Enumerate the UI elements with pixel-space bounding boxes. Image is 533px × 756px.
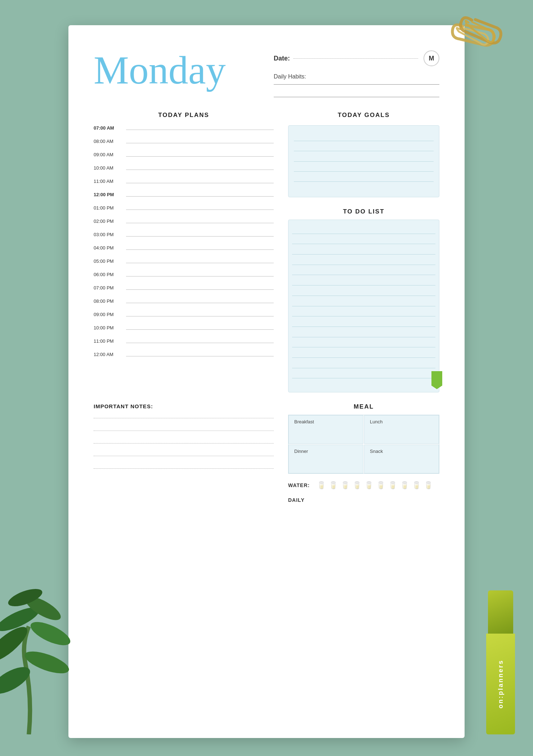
todo-line <box>292 327 435 337</box>
water-glass-icon[interactable]: 🥛 <box>317 481 326 490</box>
time-label: 11:00 PM <box>94 338 126 344</box>
meal-title: MEAL <box>288 403 439 410</box>
notes-lines <box>94 412 274 469</box>
notes-line <box>94 463 274 469</box>
time-slot: 09:00 PM <box>94 312 274 317</box>
time-slot: 09:00 AM <box>94 152 274 157</box>
time-slots-container: 07:00 AM 08:00 AM 09:00 AM 10:00 AM 11:0… <box>94 125 274 357</box>
time-entry-line <box>126 356 274 356</box>
main-content: TODAY PLANS 07:00 AM 08:00 AM 09:00 AM 1… <box>94 112 439 392</box>
time-slot: 10:00 AM <box>94 165 274 171</box>
todo-line <box>292 265 435 275</box>
goal-line <box>294 141 434 151</box>
time-entry-line <box>126 343 274 343</box>
header-right: Date: M Daily Habits: <box>259 47 439 97</box>
meal-cell-label: Breakfast <box>294 419 358 424</box>
water-glass-icon[interactable]: 🥛 <box>353 481 362 490</box>
goal-line <box>294 151 434 161</box>
goal-line <box>294 172 434 182</box>
water-glass-icon[interactable]: 🥛 <box>341 481 350 490</box>
time-entry-line <box>126 276 274 276</box>
time-entry-line <box>126 156 274 157</box>
header-section: Monday Date: M Daily Habits: <box>94 47 439 97</box>
time-slot: 04:00 PM <box>94 245 274 251</box>
todo-line <box>292 244 435 255</box>
todo-line <box>292 224 435 234</box>
time-entry-line <box>126 263 274 263</box>
date-dotted-line <box>294 58 418 59</box>
time-slot: 11:00 AM <box>94 179 274 184</box>
time-entry-line <box>126 183 274 183</box>
time-slot: 08:00 AM <box>94 139 274 144</box>
water-glass-icon[interactable]: 🥛 <box>412 481 421 490</box>
time-slot: 02:00 PM <box>94 219 274 224</box>
habits-line-2 <box>274 97 439 97</box>
time-label: 08:00 PM <box>94 298 126 304</box>
time-entry-line <box>126 289 274 290</box>
svg-marker-7 <box>431 371 442 389</box>
time-slot: 08:00 PM <box>94 298 274 304</box>
water-glass-icon[interactable]: 🥛 <box>388 481 397 490</box>
water-glass-icon[interactable]: 🥛 <box>424 481 433 490</box>
meal-cell: Breakfast <box>288 415 363 444</box>
time-label: 10:00 AM <box>94 165 126 171</box>
todo-line <box>292 306 435 317</box>
goal-line <box>294 182 434 192</box>
todo-line <box>292 316 435 327</box>
time-entry-line <box>126 236 274 237</box>
time-entry-line <box>126 210 274 210</box>
planner-paper: Monday Date: M Daily Habits: TODAY PLANS… <box>68 25 465 738</box>
water-glass-icon[interactable]: 🥛 <box>364 481 373 490</box>
time-entry-line <box>126 196 274 197</box>
time-entry-line <box>126 143 274 143</box>
water-glass-icon[interactable]: 🥛 <box>400 481 409 490</box>
time-label: 10:00 PM <box>94 325 126 330</box>
time-slot: 03:00 PM <box>94 232 274 237</box>
time-entry-line <box>126 316 274 316</box>
time-entry-line <box>126 303 274 303</box>
todo-line <box>292 296 435 306</box>
water-glass-icon[interactable]: 🥛 <box>329 481 338 490</box>
todo-lines <box>292 224 435 388</box>
time-slot: 05:00 PM <box>94 258 274 264</box>
plant-decoration <box>0 554 79 734</box>
paperclip-decoration <box>443 11 515 68</box>
water-label: WATER: <box>288 482 310 488</box>
time-label: 09:00 AM <box>94 152 126 157</box>
meal-cell: Snack <box>364 445 439 473</box>
time-label: 06:00 PM <box>94 272 126 277</box>
todo-line <box>292 347 435 358</box>
time-slot: 10:00 PM <box>94 325 274 330</box>
goal-line <box>294 131 434 141</box>
daily-habits-label: Daily Habits: <box>274 73 439 80</box>
time-slot: 06:00 PM <box>94 272 274 277</box>
todo-line <box>292 368 435 379</box>
todo-line <box>292 378 435 388</box>
important-notes-section: IMPORTANT NOTES: <box>94 403 274 503</box>
time-label: 02:00 PM <box>94 219 126 224</box>
time-slot: 12:00 PM <box>94 192 274 197</box>
goal-line <box>294 162 434 172</box>
today-plans-column: TODAY PLANS 07:00 AM 08:00 AM 09:00 AM 1… <box>94 112 274 392</box>
time-label: 04:00 PM <box>94 245 126 251</box>
water-section: WATER: 🥛🥛🥛🥛🥛🥛🥛🥛🥛🥛 <box>288 481 439 490</box>
todo-title: TO DO LIST <box>288 208 439 215</box>
todo-line <box>292 255 435 265</box>
todo-line <box>292 337 435 348</box>
habits-line-1 <box>274 84 439 85</box>
monday-initial-circle: M <box>424 50 439 66</box>
time-label: 12:00 PM <box>94 192 126 197</box>
time-label: 07:00 AM <box>94 125 126 131</box>
today-plans-title: TODAY PLANS <box>94 112 274 119</box>
todo-line <box>292 358 435 368</box>
time-label: 03:00 PM <box>94 232 126 237</box>
todo-box-wrapper <box>288 220 439 392</box>
date-label: Date: <box>274 55 290 62</box>
time-entry-line <box>126 170 274 170</box>
daily-section: DAILY <box>288 497 439 503</box>
meal-cell-label: Lunch <box>370 419 433 424</box>
time-entry-line <box>126 249 274 250</box>
water-glass-icon[interactable]: 🥛 <box>376 481 385 490</box>
today-goals-title: TODAY GOALS <box>288 112 439 119</box>
right-column: TODAY GOALS TO DO LIST <box>288 112 439 392</box>
